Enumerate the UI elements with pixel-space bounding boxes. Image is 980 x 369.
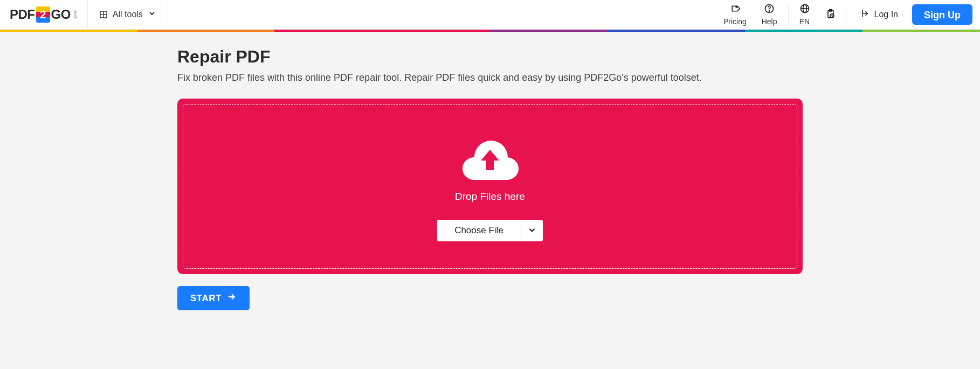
page-title: Repair PDF <box>177 47 803 67</box>
logo-2-badge: 2 <box>36 6 50 23</box>
pricing-icon <box>729 3 740 16</box>
start-label: START <box>190 293 222 304</box>
nav-language-label: EN <box>799 17 810 26</box>
header: PDF 2 GO .com All tools P <box>0 0 980 30</box>
choose-file-button[interactable]: Choose File <box>437 220 521 241</box>
grid-icon <box>100 11 107 18</box>
nav-history[interactable] <box>818 0 844 29</box>
svg-point-5 <box>769 11 769 11</box>
nav-help-label: Help <box>762 17 777 26</box>
page-subtitle: Fix broken PDF files with this online PD… <box>177 72 803 83</box>
arrow-right-icon <box>227 292 237 304</box>
all-tools-menu[interactable]: All tools <box>88 0 168 29</box>
logo-dotcom: .com <box>72 10 78 19</box>
start-button[interactable]: START <box>177 286 250 310</box>
signup-button[interactable]: Sign Up <box>912 4 972 25</box>
nav-pricing-label: Pricing <box>723 17 747 26</box>
all-tools-label: All tools <box>113 10 143 19</box>
svg-point-3 <box>736 6 737 8</box>
logo-text-go: GO <box>51 7 71 22</box>
login-icon <box>861 9 871 20</box>
chevron-down-icon <box>528 226 536 236</box>
clipboard-history-icon <box>825 9 836 21</box>
dropzone[interactable]: Drop Files here Choose File <box>177 99 803 274</box>
logo: PDF 2 GO .com <box>10 6 78 23</box>
logo-text-pdf: PDF <box>10 7 35 22</box>
choose-file-group: Choose File <box>437 220 543 241</box>
login-button[interactable]: Log In <box>851 0 909 29</box>
login-label: Log In <box>874 10 898 19</box>
nav-help[interactable]: Help <box>754 0 785 29</box>
drop-text: Drop Files here <box>455 191 525 203</box>
logo-area[interactable]: PDF 2 GO .com <box>0 0 88 29</box>
help-icon <box>764 3 775 16</box>
cloud-upload-icon <box>460 137 520 191</box>
chevron-down-icon <box>148 10 156 19</box>
globe-icon <box>799 3 810 16</box>
nav-language[interactable]: EN <box>792 0 818 29</box>
divider <box>788 4 789 25</box>
choose-file-dropdown[interactable] <box>521 220 543 241</box>
main-content: Repair PDF Fix broken PDF files with thi… <box>167 32 813 325</box>
nav-pricing[interactable]: Pricing <box>716 0 754 29</box>
dropzone-inner: Drop Files here Choose File <box>183 104 797 269</box>
divider <box>847 4 847 25</box>
